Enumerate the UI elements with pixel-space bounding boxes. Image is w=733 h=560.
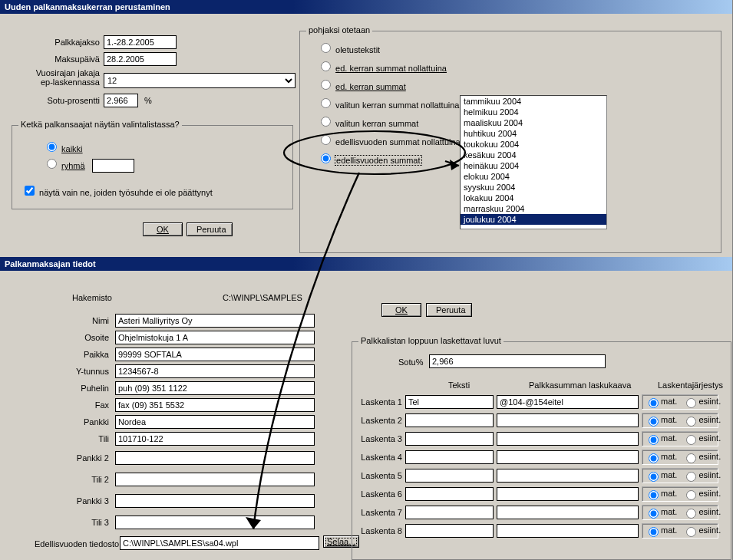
radio-esiint[interactable] <box>686 417 696 427</box>
radio-opt5[interactable] <box>321 135 331 145</box>
radio-opt6[interactable] <box>321 153 331 163</box>
month-item[interactable]: maaliskuu 2004 <box>461 117 606 128</box>
radio-esiint[interactable] <box>686 490 696 500</box>
radio-mat[interactable] <box>649 417 659 427</box>
month-item[interactable]: kesäkuu 2004 <box>461 150 606 160</box>
laskenta-row: Laskenta 8 mat. esiint. <box>360 523 718 539</box>
kaava-field[interactable] <box>497 450 639 464</box>
radio-esiint[interactable] <box>686 509 696 519</box>
kaava-field[interactable] <box>497 469 639 483</box>
teksti-field[interactable] <box>405 506 494 519</box>
month-item[interactable]: helmikuu 2004 <box>461 107 606 117</box>
tili-field[interactable] <box>115 432 315 446</box>
pohjaksi-title: pohjaksi otetaan <box>306 25 372 35</box>
radio-esiint[interactable] <box>686 435 696 445</box>
sotu-pct-field[interactable] <box>429 354 606 368</box>
radio-mat[interactable] <box>649 527 659 537</box>
radio-opt2[interactable] <box>321 80 331 90</box>
radio-mat[interactable] <box>649 435 659 445</box>
tili3-field[interactable] <box>115 516 315 529</box>
teksti-field[interactable] <box>405 469 494 483</box>
label-tili: Tili <box>0 434 115 443</box>
radio-ryhma[interactable] <box>47 159 57 169</box>
kaava-field[interactable] <box>497 413 639 427</box>
radio-esiint[interactable] <box>686 453 696 463</box>
teksti-field[interactable] <box>405 524 494 538</box>
radio-mat[interactable] <box>649 490 659 500</box>
month-item[interactable]: syyskuu 2004 <box>461 182 606 193</box>
radio-opt1[interactable] <box>321 61 331 71</box>
month-item-selected[interactable]: joulukuu 2004 <box>461 214 606 225</box>
edellisvuoden-field[interactable] <box>120 536 319 550</box>
radio-opt0[interactable] <box>321 43 331 53</box>
radio-mat[interactable] <box>649 509 659 519</box>
month-item[interactable]: marraskuu 2004 <box>461 203 606 214</box>
laskenta-row: Laskenta 7 mat. esiint. <box>360 505 718 520</box>
col-kaava: Palkkasumman laskukaava <box>529 380 631 390</box>
label-pankki2: Pankki 2 <box>0 453 115 463</box>
kaava-field[interactable] <box>497 395 639 409</box>
ryhma-field[interactable] <box>92 159 134 173</box>
radio-mat[interactable] <box>649 453 659 463</box>
month-item[interactable]: toukokuu 2004 <box>461 139 606 150</box>
kaava-field[interactable] <box>497 432 639 446</box>
label-palkkajakso: Palkkajakso <box>27 38 100 47</box>
kaava-field[interactable] <box>497 506 639 519</box>
cancel-button-top[interactable]: Peruuta <box>187 222 233 236</box>
radio-esiint[interactable] <box>686 527 696 537</box>
laskenta-row: Laskenta 4 mat. esiint. <box>360 450 718 465</box>
osoite-field[interactable] <box>115 331 315 344</box>
top-titlebar: Uuden palkanmaksukerran perustaminen <box>0 0 732 14</box>
ytunnus-field[interactable] <box>115 364 315 378</box>
label-tili2: Tili 2 <box>0 475 115 484</box>
teksti-field[interactable] <box>405 432 494 446</box>
col-teksti: Teksti <box>448 380 470 390</box>
palkkajakso-field[interactable] <box>104 35 177 49</box>
radio-opt4[interactable] <box>321 117 331 127</box>
teksti-field[interactable] <box>405 395 494 409</box>
vuosirajan-select[interactable]: 12 <box>104 73 296 88</box>
pankki-field[interactable] <box>115 415 315 429</box>
radio-kaikki[interactable] <box>47 142 57 152</box>
month-item[interactable]: heinäkuu 2004 <box>461 160 606 171</box>
label-opt4: valitun kerran summat <box>335 119 418 128</box>
month-item[interactable]: elokuu 2004 <box>461 171 606 182</box>
month-item[interactable]: tammikuu 2004 <box>461 96 606 107</box>
kaava-field[interactable] <box>497 524 639 538</box>
pankki2-field[interactable] <box>115 451 315 465</box>
tili2-field[interactable] <box>115 473 315 486</box>
fax-field[interactable] <box>115 398 315 412</box>
month-item[interactable]: huhtikuu 2004 <box>461 128 606 139</box>
label-edellisvuoden: Edellisvuoden tiedosto <box>35 539 119 548</box>
palkkalista-group: Palkkalistan loppuun laskettavat luvut S… <box>352 341 731 560</box>
month-listbox[interactable]: tammikuu 2004 helmikuu 2004 maaliskuu 20… <box>460 95 607 229</box>
label-fax: Fax <box>0 400 115 410</box>
cancel-button-bottom[interactable]: Peruuta <box>426 303 472 317</box>
label-nimi: Nimi <box>0 316 115 325</box>
paikka-field[interactable] <box>115 348 315 361</box>
sotu-field[interactable] <box>104 94 138 107</box>
radio-mat[interactable] <box>649 398 659 408</box>
teksti-field[interactable] <box>405 413 494 427</box>
month-item[interactable]: lokakuu 2004 <box>461 193 606 203</box>
teksti-field[interactable] <box>405 487 494 501</box>
radio-esiint[interactable] <box>686 398 696 408</box>
kaava-field[interactable] <box>497 487 639 501</box>
nimi-field[interactable] <box>115 314 315 328</box>
hakemisto-value: C:\WINPL\SAMPLES <box>223 293 302 302</box>
maksupaiva-field[interactable] <box>104 52 177 66</box>
teksti-field[interactable] <box>405 450 494 464</box>
laskenta-row: Laskenta 1 mat. esiint. <box>360 394 718 410</box>
puhelin-field[interactable] <box>115 381 315 395</box>
ok-button-bottom[interactable]: OK <box>381 303 421 317</box>
top-dialog: Uuden palkanmaksukerran perustaminen Pal… <box>0 0 733 257</box>
col-jarj: Laskentajärjestys <box>658 380 723 390</box>
radio-esiint[interactable] <box>686 472 696 482</box>
check-nayta[interactable] <box>25 186 35 196</box>
label-tili3: Tili 3 <box>0 518 115 527</box>
ok-button-top[interactable]: OK <box>143 222 183 236</box>
pankki3-field[interactable] <box>115 494 315 508</box>
label-nayta: näytä vain ne, joiden työsuhde ei ole pä… <box>39 188 213 197</box>
radio-opt3[interactable] <box>321 98 331 108</box>
radio-mat[interactable] <box>649 472 659 482</box>
